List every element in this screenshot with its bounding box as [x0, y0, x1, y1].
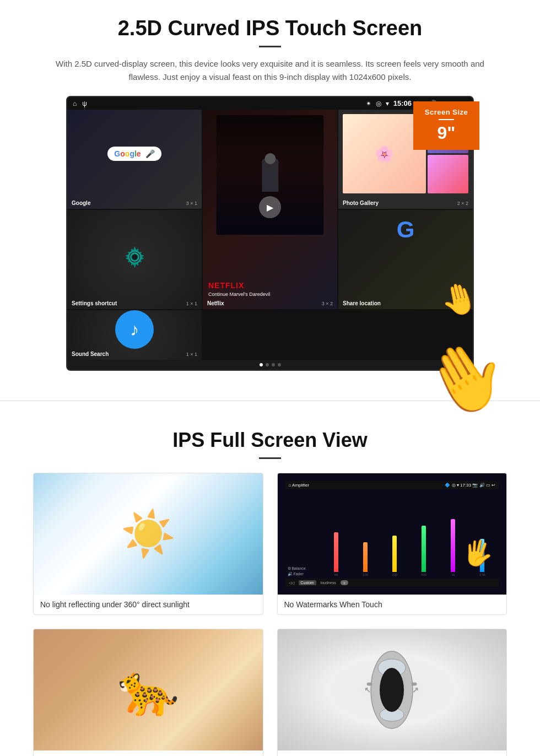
eq-fader-label: 🔊 Fader: [288, 572, 321, 576]
flower-image: 🌸: [375, 145, 394, 163]
eq-bar-4: 500: [410, 510, 438, 576]
hand-touch-icon: 🤚: [436, 277, 474, 322]
section-ips-view: IPS Full Screen View ☀️ No light reflect…: [0, 418, 540, 756]
share-content: G 🤚: [338, 210, 473, 309]
google-search-bar[interactable]: Google 🎤: [107, 147, 161, 161]
netflix-app-size: 3 × 2: [322, 301, 333, 306]
settings-app-name: Settings shortcut: [72, 300, 117, 306]
google-app-label: Google 3 × 1: [72, 200, 197, 206]
svg-point-7: [380, 668, 404, 712]
feature-card-watermark: ⌂ Amplifier 🔷 ◎ ▾ 17:33 📷 🔊 ▭ ↩ ⚙ Balanc…: [277, 473, 507, 615]
section-curved-screen: 2.5D Curved IPS Touch Screen With 2.5D c…: [0, 0, 540, 384]
eq-freq-3: 200: [392, 573, 397, 576]
eq-bar-fill-1: [334, 532, 338, 572]
google-g-icon: G: [344, 218, 467, 241]
section1-title: 2.5D Curved IPS Touch Screen: [33, 17, 507, 40]
sunlight-caption: No light reflecting under 360° direct su…: [34, 595, 263, 614]
dot-2: [266, 363, 269, 366]
netflix-play-button[interactable]: ▶: [259, 196, 281, 218]
bluetooth-icon: ✴: [366, 100, 371, 107]
app-cell-settings[interactable]: Settings shortcut 1 × 1: [67, 210, 202, 309]
eq-home-icon: ⌂ Amplifier: [289, 483, 310, 488]
eq-bar-5: 1k: [439, 510, 467, 576]
eq-time: 🔷 ◎ ▾ 17:33 📷 🔊 ▭ ↩: [445, 483, 495, 488]
screen-mockup: Screen Size 9" ⌂ ψ ✴ ◎ ▾ 15:06 📷: [66, 96, 474, 371]
google-app-size: 3 × 1: [186, 201, 197, 206]
title-underline: [259, 46, 281, 47]
gallery-app-name: Photo Gallery: [343, 200, 379, 206]
sound-app-label: Sound Search 1 × 1: [72, 351, 197, 357]
eq-toggle: ●: [341, 580, 348, 585]
eq-back-btn: ◁◁: [289, 581, 294, 585]
dot-4: [278, 363, 281, 366]
feature-card-car: ↖ ↗ Large Viewing Angle: [277, 629, 507, 756]
car-bg: ↖ ↗: [278, 629, 507, 750]
music-note-icon: ♪: [115, 310, 154, 349]
eq-hand-icon: 🖐: [460, 536, 495, 570]
sunlight-image: ☀️: [34, 473, 263, 595]
eq-bar-fill-4: [422, 526, 426, 572]
eq-custom-btn: Custom: [299, 580, 316, 585]
google-logo: Google: [114, 149, 141, 158]
eq-bar-2: 100: [352, 510, 380, 576]
eq-freq-1: 60: [334, 573, 338, 576]
eq-bars-area: ⚙ Balance 🔊 Fader 60 100: [285, 492, 499, 579]
gallery-app-size: 2 × 2: [457, 201, 468, 206]
app-cell-netflix[interactable]: ▶ NETFLIX Continue Marvel's Daredevil Ne…: [203, 110, 337, 309]
gallery-thumb-2: [428, 155, 468, 194]
section2-underline: [259, 457, 281, 459]
badge-divider: [439, 119, 454, 120]
svg-text:↗: ↗: [412, 685, 419, 694]
eq-left-labels: ⚙ Balance 🔊 Fader: [288, 566, 321, 576]
page-indicator: [67, 360, 473, 370]
sound-app-size: 1 × 1: [186, 352, 197, 357]
app-cell-share[interactable]: G 🤚 Share location 1 × 1: [338, 210, 473, 309]
section2-title: IPS Full Screen View: [33, 429, 507, 452]
settings-app-size: 1 × 1: [186, 301, 197, 306]
sunlight-bg: ☀️: [34, 473, 263, 595]
eq-bar-fill-2: [363, 542, 368, 572]
badge-title: Screen Size: [423, 108, 469, 116]
home-icon: ⌂: [73, 100, 77, 107]
features-grid: ☀️ No light reflecting under 360° direct…: [33, 473, 507, 756]
eq-screen: ⌂ Amplifier 🔷 ◎ ▾ 17:33 📷 🔊 ▭ ↩ ⚙ Balanc…: [282, 478, 503, 590]
app-cell-google[interactable]: Google 🎤 Google 3 × 1: [67, 110, 202, 209]
feature-card-sunlight: ☀️ No light reflecting under 360° direct…: [33, 473, 263, 615]
status-bar: ⌂ ψ ✴ ◎ ▾ 15:06 📷 🔊 ✕ ▭ ↩: [67, 97, 473, 110]
status-left-icons: ⌂ ψ: [73, 100, 87, 107]
cheetah-image: 🐆: [34, 629, 263, 750]
dot-1: [260, 363, 263, 366]
eq-bar-1: 60: [322, 510, 350, 576]
app-grid: Google 🎤 Google 3 × 1: [67, 110, 473, 360]
cheetah-icon: 🐆: [117, 661, 179, 719]
location-icon: ◎: [376, 100, 381, 107]
equalizer-image: ⌂ Amplifier 🔷 ◎ ▾ 17:33 📷 🔊 ▭ ↩ ⚙ Balanc…: [278, 473, 507, 595]
car-caption: Large Viewing Angle: [278, 750, 507, 756]
gallery-app-label: Photo Gallery 2 × 2: [343, 200, 468, 206]
eq-freq-2: 100: [363, 573, 368, 576]
screen-size-badge: Screen Size 9": [413, 101, 479, 150]
dot-3: [272, 363, 275, 366]
cheetah-caption: Super Fast Response: [34, 750, 263, 756]
wifi-icon: ▾: [386, 100, 389, 107]
svg-point-3: [132, 254, 137, 260]
sun-icon: ☀️: [121, 508, 176, 560]
status-time: 15:06: [393, 99, 412, 107]
car-top-view-svg: ↖ ↗: [361, 643, 422, 737]
eq-freq-6: 2.5k: [479, 573, 485, 576]
eq-freq-5: 1k: [451, 573, 455, 576]
sound-app-name: Sound Search: [72, 351, 109, 357]
badge-size: 9": [423, 123, 469, 143]
netflix-logo: NETFLIX: [208, 281, 244, 290]
android-screen: ⌂ ψ ✴ ◎ ▾ 15:06 📷 🔊 ✕ ▭ ↩: [66, 96, 474, 371]
settings-gear-icon: [117, 239, 153, 275]
section-divider: [0, 401, 540, 401]
google-mic-icon[interactable]: 🎤: [145, 149, 155, 158]
car-image: ↖ ↗: [278, 629, 507, 750]
app-cell-sound[interactable]: ♪ Sound Search 1 × 1: [67, 310, 202, 360]
eq-footer: ◁◁ Custom loudness ●: [285, 579, 499, 587]
eq-header: ⌂ Amplifier 🔷 ◎ ▾ 17:33 📷 🔊 ▭ ↩: [285, 481, 499, 489]
netflix-app-label: Netflix 3 × 2: [207, 300, 333, 306]
usb-icon: ψ: [82, 100, 87, 107]
settings-app-label: Settings shortcut 1 × 1: [72, 300, 197, 306]
